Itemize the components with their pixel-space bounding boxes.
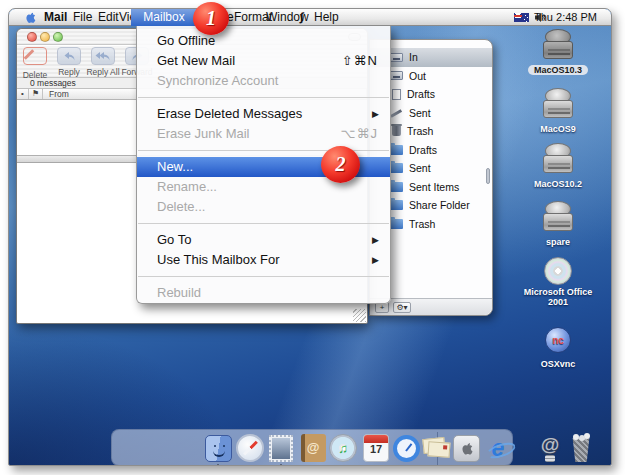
dock-internet-explorer-icon[interactable]: e — [483, 433, 513, 463]
menu-edit[interactable]: Edit — [98, 10, 119, 25]
shortcut-label: ⌥⌘J — [341, 124, 378, 144]
desktop-icon-macos103[interactable]: MacOS10.3 — [514, 29, 602, 77]
pen-icon — [390, 107, 403, 118]
cd-icon — [544, 257, 572, 285]
desktop-icon-label: OSXvnc — [541, 359, 576, 369]
screenshot: MacOS10.3 MacOS9 MacOS10.2 spare Microso… — [0, 0, 625, 475]
menu-mail[interactable]: Mail — [44, 10, 67, 25]
dock-trash-icon[interactable] — [566, 433, 596, 463]
mailbox-action-button[interactable]: ⚙▾ — [393, 302, 411, 313]
shortcut-label: ⇧⌘N — [342, 51, 378, 71]
apple-menu-icon[interactable] — [24, 11, 36, 24]
folder-icon — [390, 200, 403, 210]
dock-address-book-icon[interactable]: @ — [298, 433, 328, 463]
annotation-step-2-badge: 2 — [321, 146, 360, 183]
menubar: Mail File Edit View Message Mailbox Form… — [9, 9, 611, 26]
menu-item-rebuild: Rebuild — [137, 283, 390, 303]
delete-icon — [23, 47, 47, 65]
running-indicator-mail — [277, 464, 285, 466]
osxvnc-icon: nc — [545, 327, 571, 353]
close-button[interactable] — [27, 32, 37, 42]
inbox-icon — [390, 53, 403, 62]
desktop-icon-label: MacOS9 — [540, 124, 576, 134]
menu-item-synchronize-account: Synchronize Account — [137, 71, 390, 91]
folder-icon — [390, 219, 403, 229]
dock-itunes-icon[interactable]: ♫ — [328, 433, 358, 463]
menu-item-use-this-mailbox-for[interactable]: Use This Mailbox For ▶ — [137, 250, 390, 270]
folder-icon — [390, 163, 403, 173]
desktop-icon-spare[interactable]: spare — [514, 201, 602, 249]
menu-separator — [138, 276, 389, 277]
hard-drive-icon — [542, 88, 574, 118]
hard-drive-icon — [542, 143, 574, 173]
drawer-resize-handle[interactable] — [486, 168, 490, 184]
hard-drive-icon — [542, 201, 574, 231]
desktop-icon-office-cd[interactable]: Microsoft Office 2001 — [514, 257, 602, 309]
desktop-icon-label: spare — [546, 237, 570, 247]
menu-item-erase-junk-mail: Erase Junk Mail ⌥⌘J — [137, 124, 390, 144]
menu-item-erase-deleted-messages[interactable]: Erase Deleted Messages ▶ — [137, 104, 390, 124]
column-read-status[interactable]: • — [17, 89, 29, 99]
menu-separator — [138, 223, 389, 224]
submenu-arrow-icon: ▶ — [372, 250, 379, 270]
menu-item-delete: Delete... — [137, 197, 390, 217]
menu-file[interactable]: File — [73, 10, 92, 25]
menu-mailbox-active[interactable]: Mailbox — [131, 9, 197, 26]
folder-icon — [390, 182, 403, 192]
input-menu-flag-icon[interactable] — [514, 13, 529, 22]
zoom-button[interactable] — [53, 32, 63, 42]
minimize-button[interactable] — [40, 32, 50, 42]
folder-icon — [390, 145, 403, 155]
submenu-arrow-icon: ▶ — [372, 230, 379, 250]
menubar-clock[interactable]: Thu 2:48 PM — [534, 10, 597, 25]
hard-drive-icon — [542, 29, 574, 59]
dock-at-sign-icon[interactable]: @ — [535, 433, 565, 463]
desktop-icon-macos102[interactable]: MacOS10.2 — [514, 143, 602, 191]
desktop-screen: MacOS10.3 MacOS9 MacOS10.2 spare Microso… — [8, 8, 612, 466]
desktop-icon-osxvnc[interactable]: nc OSXvnc — [514, 327, 602, 371]
reply-all-icon — [91, 47, 115, 65]
desktop-icon-label: MacOS10.2 — [534, 179, 582, 189]
menu-separator — [138, 97, 389, 98]
dock-ical-icon[interactable]: 17 — [361, 433, 391, 463]
column-flag[interactable]: ⚑ — [29, 89, 43, 99]
menu-item-rename: Rename... — [137, 177, 390, 197]
dock-quicktime-icon[interactable] — [391, 433, 421, 463]
dock-system-preferences-icon[interactable] — [451, 433, 481, 463]
submenu-arrow-icon: ▶ — [372, 104, 379, 124]
menu-item-go-offline[interactable]: Go Offline — [137, 31, 390, 51]
menu-help[interactable]: Help — [314, 10, 339, 25]
outbox-icon — [390, 71, 403, 80]
trash-icon — [392, 126, 401, 136]
dock-safari-icon[interactable] — [235, 433, 265, 463]
desktop-icon-label: MacOS10.3 — [528, 65, 588, 75]
dock: @ ♫ 17 e @ — [111, 429, 513, 466]
menu-item-go-to[interactable]: Go To ▶ — [137, 230, 390, 250]
desktop-icon-macos9[interactable]: MacOS9 — [514, 88, 602, 136]
script-menu-icon[interactable]: ∫ — [300, 10, 303, 25]
annotation-step-1-badge: 1 — [193, 2, 229, 35]
running-indicator-finder — [214, 464, 222, 466]
dock-finder-icon[interactable] — [203, 433, 233, 463]
menu-item-get-new-mail[interactable]: Get New Mail ⇧⌘N — [137, 51, 390, 71]
document-icon — [392, 89, 401, 100]
reply-icon — [57, 47, 81, 65]
resize-grip[interactable] — [353, 309, 366, 322]
dock-letters-icon[interactable] — [422, 433, 452, 463]
dock-mail-icon[interactable] — [266, 433, 296, 463]
desktop-icon-label: Microsoft Office 2001 — [514, 287, 602, 307]
